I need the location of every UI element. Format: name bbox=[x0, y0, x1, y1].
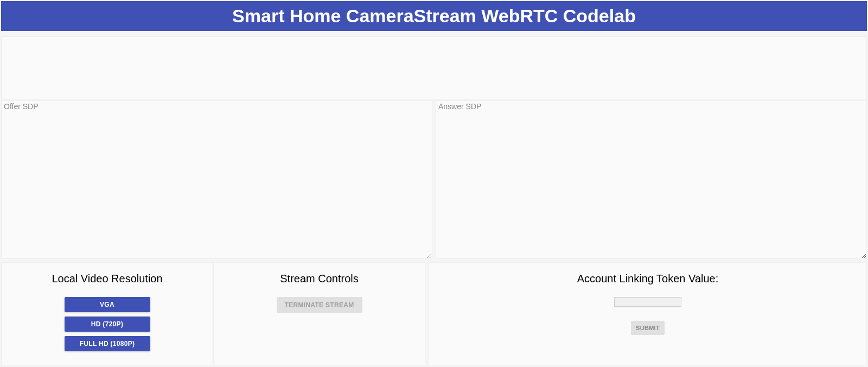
hd-button[interactable]: HD (720P) bbox=[65, 317, 150, 332]
answer-sdp-textarea[interactable] bbox=[436, 101, 866, 258]
controls-row: Local Video Resolution VGA HD (720P) FUL… bbox=[1, 262, 867, 365]
resolution-panel: Local Video Resolution VGA HD (720P) FUL… bbox=[1, 262, 213, 365]
token-panel-title: Account Linking Token Value: bbox=[435, 273, 861, 285]
sdp-container bbox=[1, 100, 867, 259]
fullhd-button[interactable]: FULL HD (1080P) bbox=[65, 336, 150, 351]
video-preview-area bbox=[1, 36, 867, 99]
page-title: Smart Home CameraStream WebRTC Codelab bbox=[232, 5, 636, 26]
terminate-stream-button[interactable]: TERMINATE STREAM bbox=[277, 297, 362, 313]
submit-button[interactable]: SUBMIT bbox=[631, 321, 665, 335]
stream-controls-title: Stream Controls bbox=[219, 273, 419, 285]
vga-button[interactable]: VGA bbox=[65, 297, 150, 312]
offer-sdp-box bbox=[1, 100, 432, 259]
page-header: Smart Home CameraStream WebRTC Codelab bbox=[1, 1, 867, 31]
resolution-panel-title: Local Video Resolution bbox=[7, 273, 207, 285]
answer-sdp-box bbox=[436, 100, 867, 259]
stream-controls-panel: Stream Controls TERMINATE STREAM bbox=[213, 262, 425, 365]
offer-sdp-textarea[interactable] bbox=[2, 101, 432, 258]
token-panel: Account Linking Token Value: SUBMIT bbox=[429, 262, 867, 365]
token-input[interactable] bbox=[614, 297, 681, 307]
